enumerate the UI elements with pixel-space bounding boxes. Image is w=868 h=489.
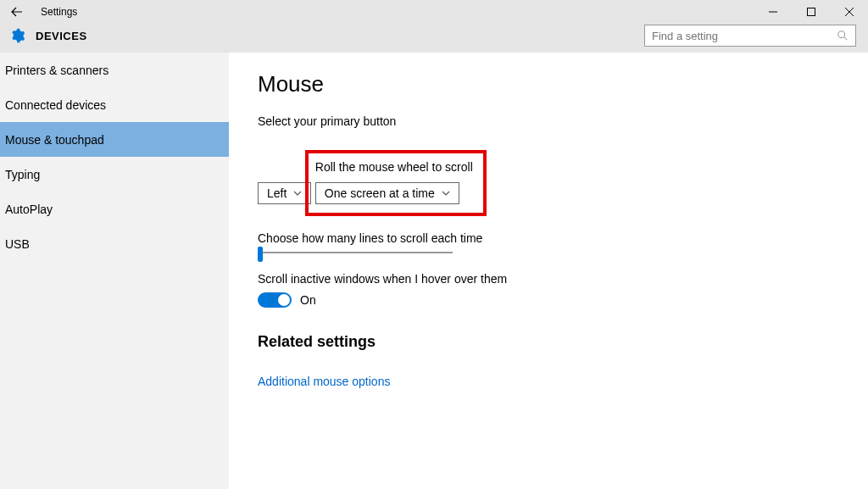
related-settings-title: Related settings — [258, 333, 839, 351]
gear-icon — [10, 28, 25, 43]
sidebar-item-label: Mouse & touchpad — [5, 133, 104, 147]
maximize-icon — [807, 8, 815, 16]
sidebar-item-usb[interactable]: USB — [0, 226, 229, 261]
slider-track — [258, 252, 453, 253]
primary-button-value: Left — [267, 186, 287, 200]
sidebar-item-label: AutoPlay — [5, 203, 53, 216]
page-title: Mouse — [258, 71, 839, 97]
sidebar-item-connected-devices[interactable]: Connected devices — [0, 87, 229, 122]
maximize-button[interactable] — [792, 0, 830, 24]
scroll-mode-value: One screen at a time — [325, 186, 435, 200]
chevron-down-icon — [293, 189, 302, 197]
scroll-mode-label: Roll the mouse wheel to scroll — [315, 160, 473, 174]
content-area: Mouse Select your primary button Left Ro… — [229, 53, 868, 489]
primary-button-dropdown[interactable]: Left — [258, 182, 311, 204]
svg-line-5 — [844, 37, 848, 41]
sidebar-item-label: Printers & scanners — [5, 64, 108, 77]
search-icon — [837, 30, 849, 42]
primary-button-label: Select your primary button — [258, 114, 839, 128]
toggle-knob — [278, 294, 290, 306]
lines-slider[interactable] — [258, 252, 839, 253]
minimize-button[interactable] — [754, 0, 792, 24]
search-input[interactable] — [652, 30, 837, 42]
close-icon — [845, 8, 854, 16]
sidebar-item-label: Connected devices — [5, 98, 106, 112]
inactive-toggle-value: On — [300, 293, 316, 307]
sidebar-item-label: Typing — [5, 168, 40, 181]
back-button[interactable] — [0, 0, 34, 24]
minimize-icon — [769, 8, 777, 16]
header-bar: DEVICES — [0, 24, 868, 53]
sidebar-item-printers[interactable]: Printers & scanners — [0, 53, 229, 87]
back-arrow-icon — [11, 6, 23, 18]
sidebar: Printers & scanners Connected devices Mo… — [0, 53, 229, 489]
close-button[interactable] — [830, 0, 868, 24]
chevron-down-icon — [442, 189, 450, 197]
titlebar: Settings — [0, 0, 868, 24]
search-box[interactable] — [644, 25, 856, 47]
inactive-label: Scroll inactive windows when I hover ove… — [258, 272, 839, 286]
lines-label: Choose how many lines to scroll each tim… — [258, 231, 839, 245]
sidebar-item-autoplay[interactable]: AutoPlay — [0, 192, 229, 226]
svg-point-4 — [838, 31, 845, 38]
scroll-mode-dropdown[interactable]: One screen at a time — [315, 182, 459, 204]
svg-rect-1 — [807, 8, 815, 16]
window-title: Settings — [41, 6, 77, 18]
additional-mouse-options-link[interactable]: Additional mouse options — [258, 375, 390, 388]
header-title: DEVICES — [36, 30, 87, 42]
sidebar-item-mouse-touchpad[interactable]: Mouse & touchpad — [0, 122, 229, 157]
sidebar-item-label: USB — [5, 237, 30, 251]
slider-thumb[interactable] — [258, 247, 263, 262]
sidebar-item-typing[interactable]: Typing — [0, 157, 229, 192]
highlight-annotation: Roll the mouse wheel to scroll One scree… — [305, 150, 487, 216]
inactive-toggle[interactable] — [258, 292, 292, 308]
